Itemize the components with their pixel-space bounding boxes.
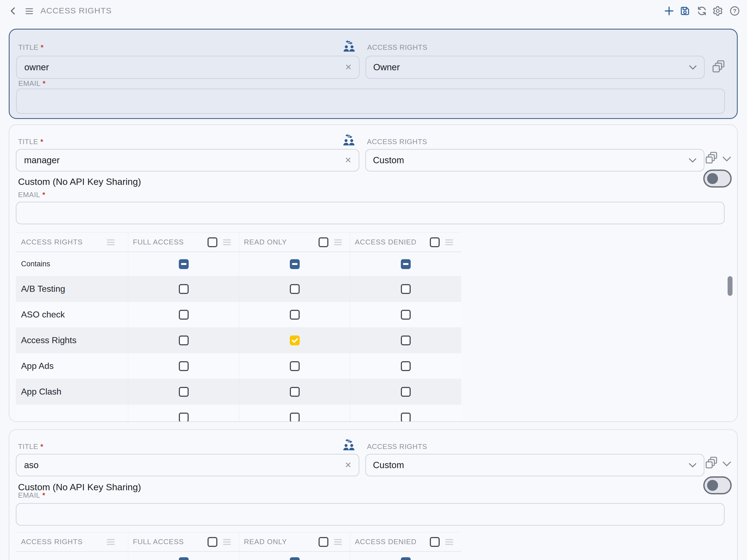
table-cell xyxy=(350,552,461,560)
top-bar: ACCESS RIGHTS ? xyxy=(0,0,747,22)
col-header-full-access: FULL ACCESS xyxy=(128,233,239,252)
clear-title-icon[interactable]: ✕ xyxy=(345,156,352,164)
checkbox-full-access[interactable] xyxy=(179,284,189,294)
column-menu-icon[interactable] xyxy=(223,239,231,246)
column-menu-icon[interactable] xyxy=(223,539,231,545)
checkbox-access-denied[interactable] xyxy=(401,557,411,560)
save-icon[interactable] xyxy=(679,5,691,17)
clear-title-icon[interactable]: ✕ xyxy=(345,63,352,71)
checkbox-read-only[interactable] xyxy=(290,259,300,269)
table-row: A/B Testing xyxy=(16,276,461,302)
column-menu-icon[interactable] xyxy=(334,239,342,246)
column-menu-icon[interactable] xyxy=(107,239,115,246)
checkbox-full-access[interactable] xyxy=(179,413,189,422)
column-menu-icon[interactable] xyxy=(107,539,115,545)
table-cell xyxy=(350,379,461,404)
expand-chevron-icon[interactable] xyxy=(721,460,732,467)
email-input-field[interactable] xyxy=(24,509,717,520)
email-input[interactable] xyxy=(16,202,725,224)
column-menu-icon[interactable] xyxy=(445,539,453,545)
table-cell xyxy=(350,353,461,379)
checkbox-full-access[interactable] xyxy=(179,335,189,345)
checkbox-read-only[interactable] xyxy=(290,361,300,371)
api-key-sharing-toggle[interactable] xyxy=(703,170,732,187)
gear-icon[interactable] xyxy=(712,5,724,17)
email-input[interactable] xyxy=(16,503,725,526)
access-card-manager[interactable]: TITLE* ACCESS RIGHTS ✕ Custom Custom (No… xyxy=(9,124,738,422)
checkbox-read-only[interactable] xyxy=(290,310,300,320)
table-cell xyxy=(239,328,350,353)
api-key-sharing-toggle[interactable] xyxy=(703,476,732,494)
checkbox-read-only[interactable] xyxy=(290,284,300,294)
checkbox-access-denied[interactable] xyxy=(401,284,411,294)
row-label: App Ads xyxy=(16,353,128,379)
expand-chevron-icon[interactable] xyxy=(721,155,732,163)
select-all-read-only-checkbox[interactable] xyxy=(318,237,328,247)
checkbox-access-denied[interactable] xyxy=(401,335,411,345)
title-input-field[interactable] xyxy=(24,62,341,73)
email-input-field[interactable] xyxy=(24,207,717,219)
chevron-down-icon xyxy=(689,463,697,468)
checkbox-access-denied[interactable] xyxy=(401,361,411,371)
select-all-access-denied-checkbox[interactable] xyxy=(430,237,440,247)
checkbox-access-denied[interactable] xyxy=(401,310,411,320)
permissions-table-header: ACCESS RIGHTS FULL ACCESS READ ONLY ACCE… xyxy=(16,532,461,552)
row-label: Contains xyxy=(16,552,128,560)
share-users-icon[interactable] xyxy=(342,133,356,146)
checkbox-read-only[interactable] xyxy=(290,387,300,397)
table-row: Contains xyxy=(16,252,461,276)
table-cell xyxy=(239,405,350,422)
row-label: A/B Testing xyxy=(16,276,128,302)
share-users-icon[interactable] xyxy=(342,438,356,451)
select-all-read-only-checkbox[interactable] xyxy=(318,537,328,547)
checkbox-full-access[interactable] xyxy=(179,361,189,371)
checkbox-access-denied[interactable] xyxy=(401,413,411,422)
table-cell xyxy=(128,302,239,327)
checkbox-access-denied[interactable] xyxy=(401,259,411,269)
column-menu-icon[interactable] xyxy=(334,539,342,545)
copy-rights-icon[interactable] xyxy=(705,152,718,164)
access-rights-select[interactable]: Custom xyxy=(365,454,704,476)
email-input[interactable] xyxy=(16,88,725,114)
title-input[interactable]: ✕ xyxy=(16,149,359,172)
select-all-full-access-checkbox[interactable] xyxy=(208,537,217,547)
table-cell xyxy=(239,552,350,560)
checkbox-read-only[interactable] xyxy=(290,413,300,422)
title-input-field[interactable] xyxy=(24,155,340,166)
clear-title-icon[interactable]: ✕ xyxy=(345,461,352,469)
col-header-read-only: READ ONLY xyxy=(239,532,350,551)
checkbox-full-access[interactable] xyxy=(179,387,189,397)
access-rights-select[interactable]: Owner xyxy=(366,56,705,79)
title-input[interactable]: ✕ xyxy=(16,56,360,79)
copy-rights-icon[interactable] xyxy=(705,457,718,469)
email-input-field[interactable] xyxy=(24,96,717,107)
checkbox-full-access[interactable] xyxy=(179,259,189,269)
checkbox-full-access[interactable] xyxy=(179,310,189,320)
table-cell xyxy=(350,302,461,327)
row-label: ASO check xyxy=(16,302,128,327)
back-icon[interactable] xyxy=(8,6,18,16)
add-icon[interactable] xyxy=(663,5,675,17)
access-card-aso[interactable]: TITLE* ACCESS RIGHTS ✕ Custom Custom (No… xyxy=(9,429,738,560)
access-rights-select[interactable]: Custom xyxy=(365,149,704,172)
select-all-full-access-checkbox[interactable] xyxy=(208,237,217,247)
table-scrollbar-thumb[interactable] xyxy=(728,276,732,296)
checkbox-read-only[interactable] xyxy=(290,335,300,345)
copy-rights-icon[interactable] xyxy=(712,60,725,73)
title-field-label: TITLE* xyxy=(18,442,44,451)
table-row: App Clash xyxy=(16,379,461,405)
table-row: Contains xyxy=(16,552,461,560)
title-input[interactable]: ✕ xyxy=(16,454,359,476)
checkbox-read-only[interactable] xyxy=(290,557,300,560)
checkbox-access-denied[interactable] xyxy=(401,387,411,397)
refresh-icon[interactable] xyxy=(696,5,708,17)
checkbox-full-access[interactable] xyxy=(179,557,189,560)
help-icon[interactable]: ? xyxy=(729,5,741,17)
title-input-field[interactable] xyxy=(24,460,340,470)
access-card-owner[interactable]: TITLE* ACCESS RIGHTS ✕ Owner EMAIL* xyxy=(9,29,738,119)
select-all-access-denied-checkbox[interactable] xyxy=(430,537,440,547)
share-users-icon[interactable] xyxy=(343,40,356,52)
hamburger-menu-icon[interactable] xyxy=(24,6,34,16)
table-row: ASO check xyxy=(16,302,461,328)
column-menu-icon[interactable] xyxy=(445,239,453,246)
